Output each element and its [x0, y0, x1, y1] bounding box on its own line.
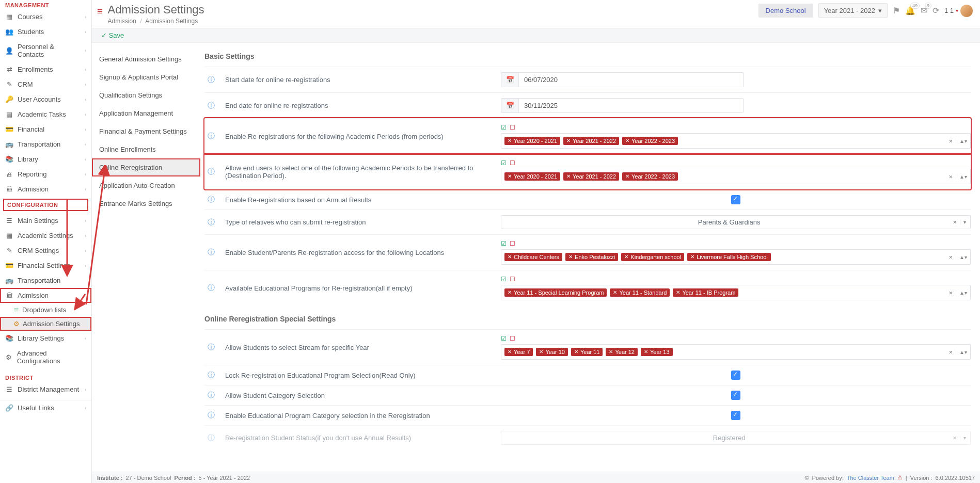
tag[interactable]: ✕Year 2022 - 2023	[622, 137, 678, 145]
from-periods-multiselect[interactable]: ☑☐ ✕Year 2020 - 2021✕Year 2021 - 2022✕Ye…	[501, 124, 971, 149]
tag[interactable]: ✕Kindergarten school	[621, 253, 684, 261]
remove-tag-icon[interactable]: ✕	[625, 138, 629, 143]
info-icon[interactable]: ⓘ	[204, 391, 218, 400]
clear-icon[interactable]: ×	[949, 289, 953, 297]
subnav-autocreation[interactable]: Application Auto-Creation	[92, 176, 200, 195]
tag[interactable]: ✕Year 2022 - 2023	[622, 172, 678, 181]
deselect-all-icon[interactable]: ☐	[510, 240, 515, 247]
sidebar-item-crm[interactable]: ✎CRM‹	[0, 77, 91, 92]
remove-tag-icon[interactable]: ✕	[676, 290, 680, 295]
dropdown-icon[interactable]: ▾	[960, 435, 966, 441]
status-select[interactable]: Registered ×▾	[501, 431, 971, 445]
programs-multiselect[interactable]: ☑☐ ✕Year 11 - Special Learning Program✕Y…	[501, 276, 971, 300]
enablecat-checkbox[interactable]	[731, 411, 740, 420]
clear-icon[interactable]: ×	[953, 218, 957, 226]
select-all-icon[interactable]: ☑	[501, 276, 507, 283]
sidebar-item-district[interactable]: ☰District Management‹	[0, 382, 91, 397]
tag[interactable]: ✕Year 12	[606, 348, 638, 356]
sidebar-item-academictasks[interactable]: ▤Academic Tasks‹	[0, 107, 91, 122]
flag-icon[interactable]: ⚑	[893, 6, 900, 15]
sidebar-item-mainsettings[interactable]: ☰Main Settings‹	[0, 213, 91, 228]
dropdown-icon[interactable]: ▲▾	[956, 254, 967, 260]
info-icon[interactable]: ⓘ	[204, 371, 218, 380]
remove-tag-icon[interactable]: ✕	[568, 254, 573, 260]
lockprog-checkbox[interactable]	[731, 371, 740, 380]
clear-icon[interactable]: ×	[949, 173, 953, 181]
deselect-all-icon[interactable]: ☐	[510, 335, 515, 342]
remove-tag-icon[interactable]: ✕	[508, 349, 512, 355]
remove-tag-icon[interactable]: ✕	[508, 138, 512, 143]
save-button[interactable]: Save	[101, 31, 124, 39]
dropdown-icon[interactable]: ▲▾	[956, 349, 967, 355]
sidebar-item-advancedconfig[interactable]: ⚙Advanced Configurations	[0, 346, 91, 368]
sidebar-item-courses[interactable]: ▦Courses‹	[0, 9, 91, 24]
calendar-icon[interactable]: 📅	[501, 99, 519, 112]
end-date-input[interactable]: 📅	[501, 98, 744, 113]
tag[interactable]: ✕Year 2021 - 2022	[563, 137, 619, 145]
bug-icon[interactable]: ⚠	[897, 474, 903, 481]
deselect-all-icon[interactable]: ☐	[510, 159, 515, 167]
sidebar-item-financial[interactable]: 💳Financial‹	[0, 122, 91, 137]
info-icon[interactable]: ⓘ	[204, 132, 218, 141]
sidebar-item-students[interactable]: 👥Students‹	[0, 24, 91, 39]
clear-icon[interactable]: ×	[949, 348, 953, 356]
select-all-icon[interactable]: ☑	[501, 240, 507, 247]
sidebar-item-enrollments[interactable]: ⇄Enrollments‹	[0, 62, 91, 77]
start-date-field[interactable]	[519, 73, 743, 87]
info-icon[interactable]: ⓘ	[204, 433, 218, 443]
remove-tag-icon[interactable]: ✕	[566, 174, 571, 179]
tag[interactable]: ✕Year 11 - IB Program	[673, 288, 738, 297]
tag[interactable]: ✕Livermore Falls High School	[687, 253, 771, 261]
deselect-all-icon[interactable]: ☐	[510, 124, 515, 131]
tag[interactable]: ✕Year 10	[536, 348, 568, 356]
info-icon[interactable]: ⓘ	[204, 218, 218, 227]
start-date-input[interactable]: 📅	[501, 72, 744, 87]
calendar-icon[interactable]: 📅	[501, 73, 519, 87]
tag[interactable]: ✕Year 11 - Standard	[610, 288, 670, 297]
remove-tag-icon[interactable]: ✕	[508, 174, 512, 179]
subnav-online-enroll[interactable]: Online Enrollments	[92, 140, 200, 158]
user-menu[interactable]: 1 1 ▾	[944, 5, 973, 17]
remove-tag-icon[interactable]: ✕	[539, 349, 543, 355]
clear-icon[interactable]: ×	[949, 137, 953, 145]
sidebar-item-crmsettings[interactable]: ✎CRM Settings‹	[0, 243, 91, 258]
info-icon[interactable]: ⓘ	[204, 195, 218, 204]
dropdown-icon[interactable]: ▲▾	[956, 138, 967, 144]
remove-tag-icon[interactable]: ✕	[690, 254, 694, 260]
sidebar-item-usefullinks[interactable]: 🔗Useful Links‹	[0, 400, 91, 415]
sidebar-sub-dropdownlists[interactable]: ≣Dropdown lists	[0, 303, 91, 317]
select-all-icon[interactable]: ☑	[501, 335, 507, 342]
remove-tag-icon[interactable]: ✕	[566, 138, 571, 143]
remove-tag-icon[interactable]: ✕	[508, 254, 512, 260]
tag[interactable]: ✕Year 13	[641, 348, 673, 356]
relatives-select[interactable]: Parents & Guardians ×▾	[501, 215, 971, 229]
subnav-entrance[interactable]: Entrance Marks Settings	[92, 195, 200, 213]
crumb-admission[interactable]: Admission	[108, 18, 136, 25]
locations-multiselect[interactable]: ☑☐ ✕Childcare Centers✕Enko Pestalozzi✕Ki…	[501, 240, 971, 265]
school-selector[interactable]: Demo School	[758, 4, 813, 18]
tag[interactable]: ✕Year 7	[504, 348, 533, 356]
annual-checkbox[interactable]	[731, 195, 740, 204]
tag[interactable]: ✕Childcare Centers	[504, 253, 562, 261]
sidebar-item-useraccounts[interactable]: 🔑User Accounts‹	[0, 92, 91, 107]
tag[interactable]: ✕Enko Pestalozzi	[565, 253, 618, 261]
menu-toggle-icon[interactable]: ≡	[97, 6, 103, 17]
remove-tag-icon[interactable]: ✕	[613, 290, 617, 295]
dropdown-icon[interactable]: ▾	[960, 219, 966, 225]
sidebar-item-librarysettings[interactable]: 📚Library Settings‹	[0, 331, 91, 346]
tag[interactable]: ✕Year 11	[571, 348, 603, 356]
remove-tag-icon[interactable]: ✕	[508, 290, 512, 295]
info-icon[interactable]: ⓘ	[204, 101, 218, 110]
remove-tag-icon[interactable]: ✕	[625, 174, 629, 179]
info-icon[interactable]: ⓘ	[204, 248, 218, 257]
subnav-signup[interactable]: Signup & Applicants Portal	[92, 68, 200, 86]
sidebar-item-library[interactable]: 📚Library‹	[0, 152, 91, 167]
deselect-all-icon[interactable]: ☐	[510, 276, 515, 283]
tag[interactable]: ✕Year 2020 - 2021	[504, 137, 560, 145]
dropdown-icon[interactable]: ▲▾	[956, 290, 967, 296]
clear-icon[interactable]: ×	[949, 253, 953, 261]
mail-icon[interactable]: ✉9	[921, 6, 927, 15]
dest-periods-multiselect[interactable]: ☑☐ ✕Year 2020 - 2021✕Year 2021 - 2022✕Ye…	[501, 159, 971, 184]
remove-tag-icon[interactable]: ✕	[624, 254, 628, 260]
info-icon[interactable]: ⓘ	[204, 343, 218, 352]
